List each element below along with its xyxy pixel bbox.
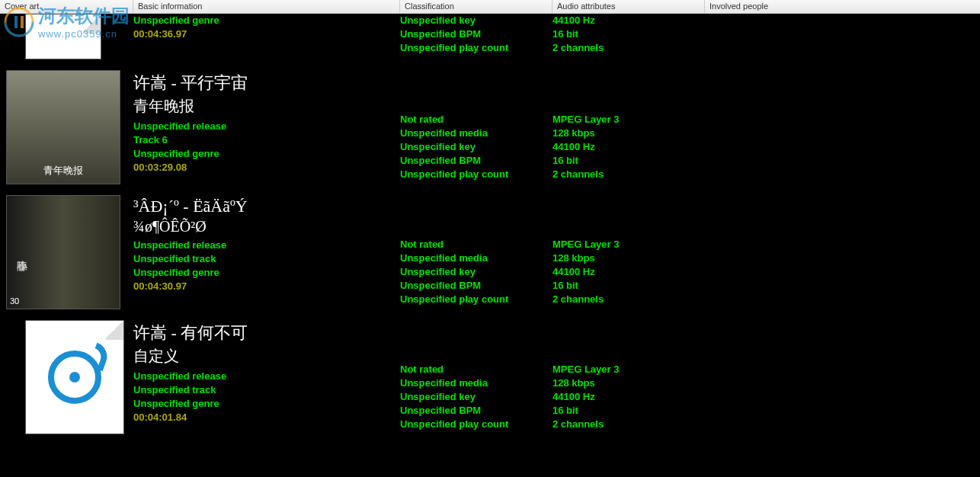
classification-cell: Not rated Unspecified media Unspecified … xyxy=(400,70,552,181)
track-row[interactable]: 陳小春 30 ³ÂÐ¡´º - ËãÄãºÝ ¾ø¶ÔÊÕ²Ø Unspecif… xyxy=(0,192,980,317)
release-label: Unspecified release xyxy=(133,120,400,133)
channels-label: 2 channels xyxy=(552,293,705,306)
basic-info-cell: ³ÂÐ¡´º - ËãÄãºÝ ¾ø¶ÔÊÕ²Ø Unspecified rel… xyxy=(133,195,400,293)
format-label: MPEG Layer 3 xyxy=(552,363,705,376)
audio-cell: 44100 Hz 16 bit 2 channels xyxy=(552,14,705,55)
bpm-label: Unspecified BPM xyxy=(400,27,552,41)
bitdepth-label: 16 bit xyxy=(552,154,705,168)
bpm-label: Unspecified BPM xyxy=(400,279,552,293)
basic-info-cell: Unspecified genre 00:04:36.97 xyxy=(133,14,400,41)
media-label: Unspecified media xyxy=(400,126,552,140)
key-label: Unspecified key xyxy=(400,265,552,279)
key-label: Unspecified key xyxy=(400,140,552,154)
basic-info-cell: 许嵩 - 平行宇宙 青年晚报 Unspecified release Track… xyxy=(133,70,400,174)
header-involved-people[interactable]: Involved people xyxy=(705,0,980,13)
bitrate-label: 128 kbps xyxy=(552,376,705,390)
release-label: Unspecified release xyxy=(133,238,400,252)
header-audio-attributes[interactable]: Audio attributes xyxy=(552,0,705,13)
bitrate-label: 128 kbps xyxy=(552,251,705,265)
key-label: Unspecified key xyxy=(400,14,552,27)
tracks-list: Unspecified genre 00:04:36.97 Unspecifie… xyxy=(0,14,980,442)
disc-icon xyxy=(48,351,101,404)
basic-info-cell: 许嵩 - 有何不可 自定义 Unspecified release Unspec… xyxy=(133,320,400,424)
channels-label: 2 channels xyxy=(552,418,705,431)
bitdepth-label: 16 bit xyxy=(552,27,705,41)
genre-label: Unspecified genre xyxy=(133,147,400,161)
key-label: Unspecified key xyxy=(400,390,552,404)
cover-art-cell xyxy=(6,320,133,434)
audio-cell: MPEG Layer 3 128 kbps 44100 Hz 16 bit 2 … xyxy=(552,320,705,431)
column-headers: Cover art Basic information Classificati… xyxy=(0,0,980,14)
audio-cell: MPEG Layer 3 128 kbps 44100 Hz 16 bit 2 … xyxy=(552,195,705,306)
genre-label: Unspecified genre xyxy=(133,397,400,411)
header-classification[interactable]: Classification xyxy=(400,0,552,13)
release-label: Unspecified release xyxy=(133,370,400,383)
genre-label: Unspecified genre xyxy=(133,14,400,27)
track-album: 青年晚报 xyxy=(133,96,400,117)
cover-subtext: 30 xyxy=(10,296,19,306)
classification-cell: Not rated Unspecified media Unspecified … xyxy=(400,195,552,306)
rating-label: Not rated xyxy=(400,238,552,251)
classification-cell: Unspecified key Unspecified BPM Unspecif… xyxy=(400,14,552,55)
cover-art-image: 青年晚报 xyxy=(6,70,120,184)
bitdepth-label: 16 bit xyxy=(552,279,705,293)
bitdepth-label: 16 bit xyxy=(552,404,705,418)
cover-art-cell xyxy=(6,14,133,59)
bitrate-label: 128 kbps xyxy=(552,126,705,140)
track-number-label: Unspecified track xyxy=(133,252,400,266)
rating-label: Not rated xyxy=(400,113,552,126)
playcount-label: Unspecified play count xyxy=(400,41,552,55)
audio-cell: MPEG Layer 3 128 kbps 44100 Hz 16 bit 2 … xyxy=(552,70,705,181)
track-row[interactable]: 许嵩 - 有何不可 自定义 Unspecified release Unspec… xyxy=(0,317,980,442)
track-row[interactable]: 青年晚报 许嵩 - 平行宇宙 青年晚报 Unspecified release … xyxy=(0,67,980,192)
track-album: 自定义 xyxy=(133,346,400,367)
duration-label: 00:04:01.84 xyxy=(133,411,400,424)
header-basic-info[interactable]: Basic information xyxy=(133,0,400,13)
samplerate-label: 44100 Hz xyxy=(552,14,705,27)
channels-label: 2 channels xyxy=(552,168,705,181)
cover-art-default xyxy=(25,320,124,434)
track-number-label: Track 6 xyxy=(133,133,400,147)
bpm-label: Unspecified BPM xyxy=(400,154,552,168)
duration-label: 00:04:36.97 xyxy=(133,27,400,41)
duration-label: 00:03:29.08 xyxy=(133,161,400,174)
track-number-label: Unspecified track xyxy=(133,383,400,397)
cover-text: 青年晚报 xyxy=(7,164,120,178)
track-title: ³ÂÐ¡´º - ËãÄãºÝ xyxy=(133,197,400,216)
duration-label: 00:04:30.97 xyxy=(133,280,400,293)
samplerate-label: 44100 Hz xyxy=(552,390,705,404)
format-label: MPEG Layer 3 xyxy=(552,238,705,251)
track-album: ¾ø¶ÔÊÕ²Ø xyxy=(133,218,400,235)
samplerate-label: 44100 Hz xyxy=(552,265,705,279)
track-title: 许嵩 - 有何不可 xyxy=(133,322,400,344)
header-cover-art[interactable]: Cover art xyxy=(0,0,133,13)
media-label: Unspecified media xyxy=(400,251,552,265)
track-title: 许嵩 - 平行宇宙 xyxy=(133,72,400,94)
channels-label: 2 channels xyxy=(552,41,705,55)
bpm-label: Unspecified BPM xyxy=(400,404,552,418)
cover-art-cell: 陳小春 30 xyxy=(6,195,133,309)
classification-cell: Not rated Unspecified media Unspecified … xyxy=(400,320,552,431)
playcount-label: Unspecified play count xyxy=(400,418,552,431)
media-label: Unspecified media xyxy=(400,376,552,390)
samplerate-label: 44100 Hz xyxy=(552,140,705,154)
cover-art-cell: 青年晚报 xyxy=(6,70,133,184)
playcount-label: Unspecified play count xyxy=(400,293,552,306)
cover-art-default xyxy=(25,14,101,59)
playcount-label: Unspecified play count xyxy=(400,168,552,181)
rating-label: Not rated xyxy=(400,363,552,376)
genre-label: Unspecified genre xyxy=(133,266,400,280)
cover-art-image: 陳小春 30 xyxy=(6,195,120,309)
format-label: MPEG Layer 3 xyxy=(552,113,705,126)
track-row[interactable]: Unspecified genre 00:04:36.97 Unspecifie… xyxy=(0,14,980,67)
